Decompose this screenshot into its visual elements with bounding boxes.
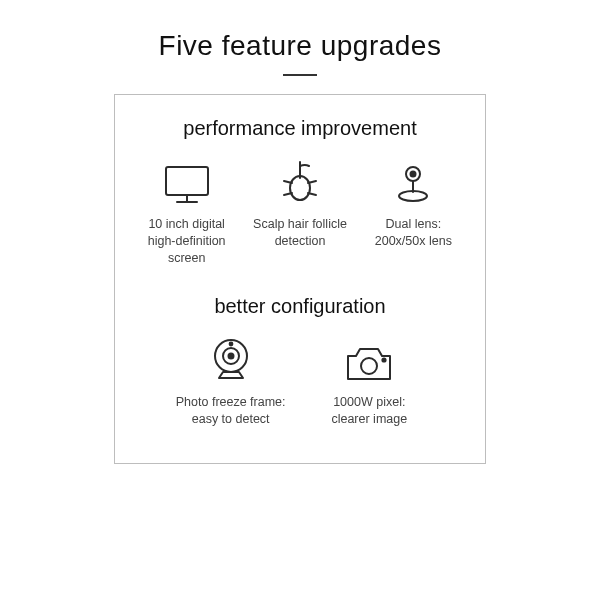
section-heading-performance: performance improvement: [133, 117, 467, 140]
section-heading-configuration: better configuration: [133, 295, 467, 318]
webcam-icon: [209, 336, 253, 384]
monitor-icon: [163, 158, 211, 206]
svg-rect-0: [166, 167, 208, 195]
feature-freeze-frame: Photo freeze frame: easy to detect: [176, 336, 286, 428]
title-underline: [283, 74, 317, 76]
feature-row-1: 10 inch digital high-definition screen S…: [133, 158, 467, 267]
feature-caption: 1000W pixel: clearer image: [331, 394, 407, 428]
feature-caption: Scalp hair follicle detection: [253, 216, 347, 250]
svg-point-9: [411, 172, 416, 177]
feature-caption: 10 inch digital high-definition screen: [148, 216, 226, 267]
svg-point-14: [228, 353, 233, 358]
svg-point-15: [229, 342, 232, 345]
feature-dual-lens: Dual lens: 200x/50x lens: [360, 158, 467, 250]
dual-lens-icon: [391, 158, 435, 206]
camera-icon: [344, 336, 394, 384]
svg-point-16: [361, 358, 377, 374]
feature-card: performance improvement 10 inch digital …: [114, 94, 486, 464]
svg-point-3: [290, 176, 310, 200]
page-title: Five feature upgrades: [0, 30, 600, 62]
svg-point-17: [383, 358, 386, 361]
feature-screen: 10 inch digital high-definition screen: [133, 158, 240, 267]
feature-caption: Dual lens: 200x/50x lens: [375, 216, 452, 250]
page: Five feature upgrades performance improv…: [0, 0, 600, 600]
feature-row-2: Photo freeze frame: easy to detect 1000W…: [133, 336, 467, 428]
feature-follicle: Scalp hair follicle detection: [246, 158, 353, 250]
feature-pixel: 1000W pixel: clearer image: [314, 336, 424, 428]
feature-caption: Photo freeze frame: easy to detect: [176, 394, 286, 428]
follicle-icon: [279, 158, 321, 206]
